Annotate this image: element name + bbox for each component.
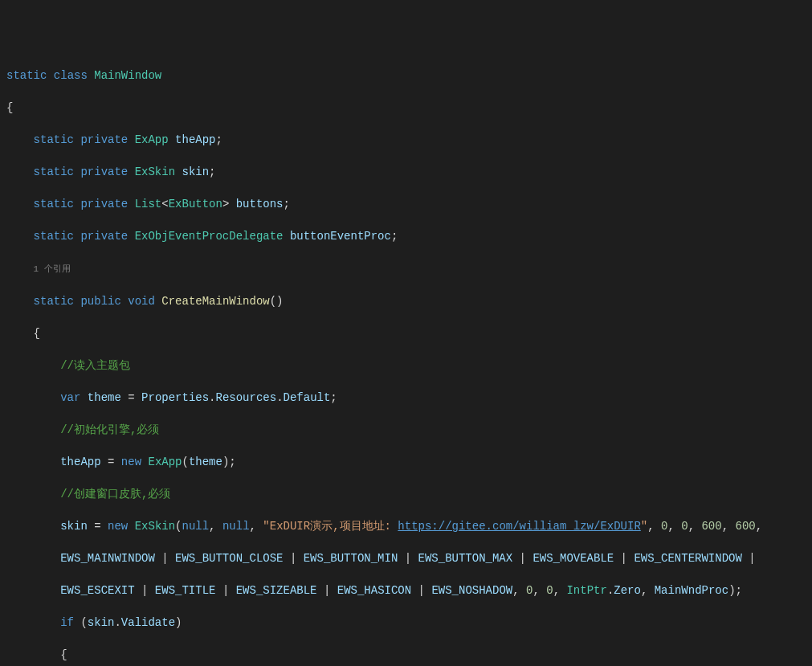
bracket: <: [161, 198, 168, 210]
code-editor[interactable]: static class MainWindow { static private…: [6, 67, 806, 666]
identifier: Resources: [216, 391, 277, 404]
paren: (: [74, 616, 88, 629]
paren: (: [175, 520, 182, 533]
op: |: [317, 584, 337, 597]
comma: ,: [722, 520, 736, 533]
code-line[interactable]: {: [6, 647, 806, 663]
number: 600: [736, 520, 756, 533]
op: =: [121, 391, 141, 404]
code-line[interactable]: {: [6, 325, 806, 341]
type-name: ExApp: [148, 456, 182, 468]
method-name: CreateMainWindow: [161, 295, 269, 308]
number: 600: [701, 520, 721, 533]
semi: ;: [284, 198, 290, 210]
comma: ,: [250, 520, 263, 533]
semi: ;: [330, 391, 337, 404]
comma: ,: [641, 584, 655, 597]
op: |: [283, 552, 303, 565]
code-line[interactable]: //读入主题包: [6, 358, 806, 374]
paren: (): [270, 295, 284, 308]
comment: //初始化引擎,必须: [60, 423, 159, 436]
identifier: skin: [88, 616, 115, 629]
identifier: EWS_ESCEXIT: [60, 584, 134, 597]
keyword: static: [34, 198, 74, 210]
code-line[interactable]: static private ExSkin skin;: [6, 164, 806, 180]
code-line[interactable]: static private List<ExButton> buttons;: [6, 196, 806, 212]
keyword: private: [80, 133, 128, 146]
op: |: [155, 552, 175, 565]
identifier: theApp: [60, 456, 100, 468]
identifier: EWS_BUTTON_MAX: [418, 552, 513, 565]
keyword: if: [60, 616, 74, 629]
identifier: buttons: [236, 198, 284, 210]
dot: .: [114, 616, 120, 629]
keyword: null: [182, 520, 210, 533]
comma: ,: [512, 584, 526, 597]
identifier: EWS_BUTTON_CLOSE: [175, 552, 283, 565]
type-name: List: [135, 198, 162, 210]
comma: ,: [553, 584, 567, 597]
identifier: EWS_MOVEABLE: [532, 552, 614, 565]
semi: ;: [391, 230, 398, 243]
code-line[interactable]: //创建窗口皮肤,必须: [6, 486, 806, 502]
semi: ;: [209, 165, 215, 178]
code-line[interactable]: static public void CreateMainWindow(): [6, 293, 806, 309]
op: |: [614, 552, 634, 565]
identifier: EWS_CENTERWINDOW: [634, 552, 741, 565]
op: |: [215, 584, 235, 597]
identifier: theme: [189, 456, 222, 468]
identifier: Properties: [141, 391, 209, 404]
identifier: EWS_TITLE: [155, 584, 216, 597]
comment: //创建窗口皮肤,必须: [60, 488, 170, 501]
keyword: static: [34, 295, 74, 308]
code-line[interactable]: skin = new ExSkin(null, null, "ExDUIR演示,…: [6, 518, 806, 534]
brace: {: [6, 101, 13, 114]
op: =: [101, 456, 121, 468]
reference-count[interactable]: 1 个引用: [34, 264, 71, 274]
type-name: ExSkin: [135, 520, 175, 533]
comma: ,: [532, 584, 546, 597]
dot: .: [209, 391, 215, 404]
comma: ,: [667, 520, 681, 533]
brace: {: [60, 648, 67, 661]
type-name: ExSkin: [135, 165, 175, 178]
code-line[interactable]: //初始化引擎,必须: [6, 422, 806, 438]
code-line[interactable]: EWS_MAINWINDOW | EWS_BUTTON_CLOSE | EWS_…: [6, 550, 806, 566]
keyword: static: [34, 133, 74, 146]
code-line[interactable]: EWS_ESCEXIT | EWS_TITLE | EWS_SIZEABLE |…: [6, 582, 806, 599]
identifier: EWS_BUTTON_MIN: [304, 552, 398, 565]
type-name: ExButton: [169, 198, 222, 210]
codelens[interactable]: 1 个引用: [6, 260, 806, 277]
identifier: Validate: [121, 616, 175, 629]
dot: .: [276, 391, 283, 404]
paren: (: [182, 456, 189, 468]
op: |: [135, 584, 155, 597]
code-line[interactable]: {: [6, 100, 806, 116]
paren: );: [222, 456, 236, 468]
comment: //读入主题包: [60, 359, 130, 372]
code-line[interactable]: theApp = new ExApp(theme);: [6, 454, 806, 470]
keyword: new: [108, 520, 128, 533]
paren: );: [728, 584, 742, 597]
op: =: [88, 520, 108, 533]
code-line[interactable]: static private ExApp theApp;: [6, 132, 806, 148]
code-line[interactable]: static class MainWindow: [6, 67, 806, 84]
keyword: static: [34, 165, 74, 178]
code-line[interactable]: var theme = Properties.Resources.Default…: [6, 390, 806, 406]
identifier: theme: [88, 391, 121, 404]
code-line[interactable]: if (skin.Validate): [6, 615, 806, 631]
keyword: null: [222, 520, 250, 533]
comma: ,: [688, 520, 702, 533]
identifier: MainWndProc: [655, 584, 728, 597]
code-line[interactable]: static private ExObjEventProcDelegate bu…: [6, 228, 806, 244]
identifier: buttonEventProc: [290, 230, 391, 243]
identifier: Zero: [614, 584, 641, 597]
brace: {: [34, 327, 40, 340]
type-name: ExApp: [135, 133, 169, 146]
identifier: EWS_SIZEABLE: [236, 584, 317, 597]
identifier: skin: [60, 520, 88, 533]
url-link[interactable]: https://gitee.com/william_lzw/ExDUIR: [398, 520, 640, 533]
op: |: [512, 552, 532, 565]
identifier: EWS_HASICON: [337, 584, 411, 597]
comma: ,: [647, 520, 661, 533]
